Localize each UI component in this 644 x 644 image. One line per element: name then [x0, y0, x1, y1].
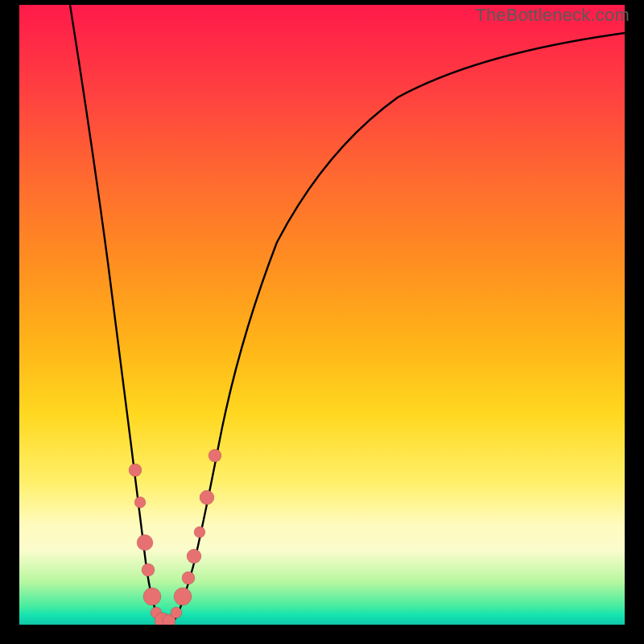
dot	[142, 564, 155, 576]
dot	[194, 526, 205, 538]
dot	[134, 497, 146, 508]
dot	[174, 588, 192, 605]
dot	[187, 549, 201, 564]
highlight-dots	[129, 449, 221, 625]
dot	[208, 449, 221, 462]
watermark-text: TheBottleneck.com	[475, 5, 630, 26]
dot	[182, 572, 195, 584]
dot	[137, 535, 153, 551]
dot	[200, 490, 214, 505]
bottleneck-curve	[19, 5, 625, 625]
dot	[129, 464, 142, 477]
dot	[143, 588, 161, 605]
dot	[171, 607, 182, 618]
curve-path	[70, 5, 625, 625]
chart-plot-area	[19, 5, 625, 625]
